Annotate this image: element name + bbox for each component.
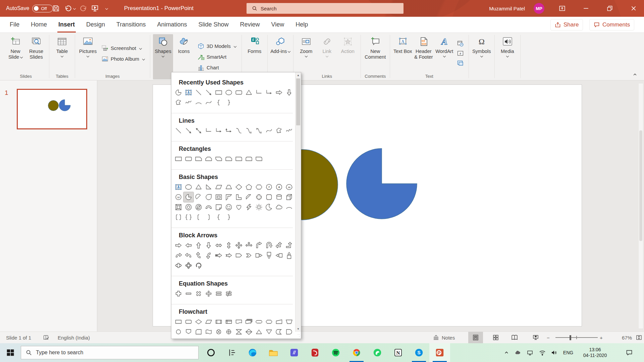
shape-right-brace[interactable]: [224, 98, 234, 108]
shape-heart[interactable]: [234, 202, 244, 212]
shape-double-bracket[interactable]: [173, 212, 183, 222]
tray-language[interactable]: ENG: [561, 343, 576, 362]
shape-trapezoid[interactable]: [224, 182, 234, 192]
shape-curve[interactable]: [204, 98, 214, 108]
shape-text-box[interactable]: A: [183, 87, 194, 98]
shape-pie[interactable]: [173, 87, 183, 98]
shape-sun[interactable]: [254, 202, 264, 212]
tab-slide-show[interactable]: Slide Show: [193, 17, 234, 33]
shape-bevel[interactable]: [173, 202, 183, 212]
start-button[interactable]: [0, 343, 21, 362]
shape-arc[interactable]: [284, 202, 294, 212]
shape-heptagon[interactable]: 7: [264, 182, 274, 192]
shape-parallelogram[interactable]: [214, 182, 224, 192]
shape-quad-arrow[interactable]: [234, 240, 244, 250]
taskbar-app-chrome-icon[interactable]: [346, 343, 367, 362]
tab-animations[interactable]: Animations: [151, 17, 193, 33]
taskbar-app-file-explorer-icon[interactable]: [263, 343, 284, 362]
redo-button[interactable]: [78, 0, 89, 17]
shape-curved-connector[interactable]: [234, 126, 244, 136]
shape-left-right-arrow[interactable]: [214, 240, 224, 250]
account-name[interactable]: Muzammil Patel: [489, 0, 525, 17]
save-button[interactable]: [50, 0, 62, 17]
shape-plus[interactable]: [173, 289, 183, 299]
reading-view-button[interactable]: [507, 332, 522, 343]
shape-isosceles-triangle[interactable]: [194, 182, 204, 192]
undo-dropdown[interactable]: [71, 0, 76, 17]
shape-plaque[interactable]: [264, 192, 274, 202]
tray-volume[interactable]: [549, 343, 559, 362]
tab-view[interactable]: View: [266, 17, 290, 33]
shape-flow-sum[interactable]: [214, 327, 224, 337]
taskbar-app-red-swoosh-icon[interactable]: [305, 343, 325, 362]
taskbar-app-spotify-icon[interactable]: [325, 343, 346, 362]
shape-multiply[interactable]: [194, 289, 204, 299]
shape-left-brace[interactable]: [214, 98, 224, 108]
shape-arrow[interactable]: [183, 126, 194, 136]
shape-octagon[interactable]: 8: [274, 182, 284, 192]
shape-no-symbol[interactable]: [194, 202, 204, 212]
shape-curved-double-arrow-connector[interactable]: [254, 126, 264, 136]
shape-scribble[interactable]: [183, 98, 194, 108]
taskbar-app-m-slashes-icon[interactable]: //: [284, 343, 305, 362]
date-time-button[interactable]: [456, 39, 465, 48]
close-button[interactable]: [626, 0, 641, 17]
shapes-menu-scrollbar[interactable]: ▲ ▼: [295, 72, 301, 332]
shape-flow-document[interactable]: [234, 317, 244, 327]
shape-elbow-double-arrow-connector[interactable]: [224, 126, 234, 136]
shape-block-arc[interactable]: [204, 202, 214, 212]
shape-oval[interactable]: [224, 87, 234, 98]
shape-snip-diagonal-corner-rectangle[interactable]: [214, 154, 224, 164]
shape-snip-single-corner-rectangle[interactable]: [194, 154, 204, 164]
ribbon-display-options-button[interactable]: [554, 0, 570, 17]
shape-bent-arrow[interactable]: [254, 240, 264, 250]
shape-left-up-arrow[interactable]: [274, 240, 284, 250]
text-box-button[interactable]: A Text Box: [393, 34, 413, 73]
shape-rounded-rectangle[interactable]: [183, 154, 194, 164]
shape-right-arrow[interactable]: [173, 240, 183, 250]
tray-clock[interactable]: 13:06 04-11-2020: [578, 343, 612, 362]
shape-cross[interactable]: [254, 192, 264, 202]
slide-thumbnail[interactable]: [17, 89, 87, 129]
spell-check-button[interactable]: [43, 332, 50, 343]
shape-elbow-arrow-connector[interactable]: [214, 126, 224, 136]
tab-home[interactable]: Home: [25, 17, 53, 33]
shape-striped-right-arrow[interactable]: [214, 250, 224, 260]
shape-up-down-arrow[interactable]: [224, 240, 234, 250]
start-from-beginning-button[interactable]: [89, 0, 101, 17]
customize-qat-button[interactable]: [103, 0, 109, 17]
shape-double-arrow[interactable]: [194, 126, 204, 136]
shape-curved-down-arrow[interactable]: [204, 250, 214, 260]
new-comment-button[interactable]: New Comment: [364, 34, 387, 73]
shape-freeform[interactable]: [274, 126, 284, 136]
avatar[interactable]: MP: [534, 3, 544, 14]
shape-down-arrow[interactable]: [284, 87, 294, 98]
shape-right-arrow[interactable]: [274, 87, 284, 98]
minimize-button[interactable]: [578, 0, 594, 17]
taskbar-app-edge-icon[interactable]: [242, 343, 263, 362]
shape-down-arrow[interactable]: [204, 240, 214, 250]
shape-flow-collate[interactable]: [234, 327, 244, 337]
media-button[interactable]: Media: [497, 34, 518, 79]
shape-flow-tape[interactable]: [204, 327, 214, 337]
shape-smiley[interactable]: [224, 202, 234, 212]
shape-flow-delay[interactable]: [284, 327, 294, 337]
shape-circular-arrow[interactable]: [194, 260, 204, 270]
shape-diamond[interactable]: [234, 182, 244, 192]
autosave-toggle[interactable]: AutoSave Off: [6, 0, 53, 17]
shape-snip-and-round-single-corner-rectangle[interactable]: [224, 154, 234, 164]
shape-teardrop[interactable]: [204, 192, 214, 202]
slide-sorter-view-button[interactable]: [488, 332, 503, 343]
slide-pie-shape[interactable]: [346, 148, 417, 219]
shape-left-right-arrow-callout[interactable]: [173, 260, 183, 270]
comments-button[interactable]: Comments: [589, 19, 634, 31]
shape-elbow-arrow-connector[interactable]: [264, 87, 274, 98]
shape-lightning-bolt[interactable]: [244, 202, 254, 212]
chart-button[interactable]: Chart: [196, 63, 237, 72]
shape-frame[interactable]: [214, 192, 224, 202]
shape-left-brace[interactable]: [214, 212, 224, 222]
shape-moon[interactable]: [264, 202, 274, 212]
shape-right-triangle[interactable]: [204, 182, 214, 192]
tray-onedrive[interactable]: [513, 343, 523, 362]
shape-flow-alternate-process[interactable]: [183, 317, 194, 327]
